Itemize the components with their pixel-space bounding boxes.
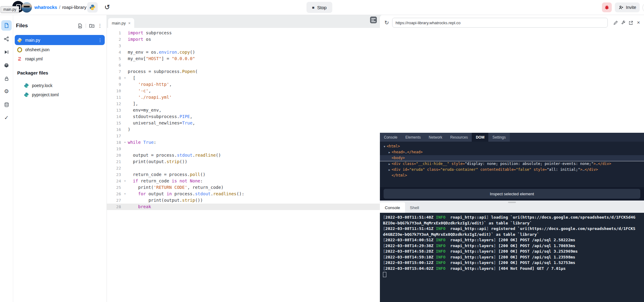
dom-toggle-icon[interactable]: ▶ bbox=[387, 161, 392, 167]
devtools-wrench-icon[interactable] bbox=[619, 19, 627, 26]
edge-avatar-partial[interactable] bbox=[642, 2, 644, 13]
report-bug-button[interactable] bbox=[602, 2, 612, 12]
line-number: 23 bbox=[107, 171, 122, 178]
fold-spacer bbox=[122, 68, 128, 75]
browser-toolbar: ↻ × bbox=[380, 15, 644, 31]
fold-chevron-icon[interactable]: ▾ bbox=[122, 178, 128, 184]
code-line-8: 8▾ [ bbox=[107, 75, 380, 81]
file-row-pyproject.toml[interactable]: pyproject.toml bbox=[15, 90, 105, 99]
open-external-icon[interactable] bbox=[627, 19, 634, 26]
file-menu-icon[interactable]: ⋮ bbox=[98, 38, 102, 43]
line-number: 20 bbox=[107, 152, 122, 159]
dom-toggle-icon[interactable]: ▶ bbox=[387, 150, 392, 155]
dom-row[interactable]: ▶<div class="__chii-hide__" style="displ… bbox=[380, 161, 644, 167]
dom-tree-pane: ▼<html>▶<head>…</head><body>▶<div class=… bbox=[380, 142, 644, 187]
code-line-16: 16) bbox=[107, 126, 380, 133]
dom-row[interactable]: ▼<html> bbox=[380, 143, 644, 149]
devtools-tab-dom[interactable]: DOM bbox=[472, 133, 488, 142]
dock-checklist-button[interactable]: ✓ bbox=[1, 113, 12, 122]
line-number: 12 bbox=[107, 101, 122, 107]
files-menu-icon[interactable]: ⋮ bbox=[98, 23, 102, 29]
fold-spacer bbox=[122, 197, 128, 204]
line-number: 5 bbox=[107, 55, 122, 62]
dom-row[interactable]: <body> bbox=[380, 155, 644, 161]
fold-spacer bbox=[122, 36, 128, 43]
files-actions-divider bbox=[86, 24, 86, 28]
avatar[interactable] bbox=[21, 2, 32, 13]
devtools-tab-console[interactable]: Console bbox=[380, 133, 401, 142]
code-line-24: 24▾ if return_code is not None: bbox=[107, 178, 380, 184]
console-output[interactable]: [2022-03-08T11:51:40Z INFO roapi_http::a… bbox=[380, 213, 644, 302]
code-text: universal_newlines=True, bbox=[128, 120, 195, 126]
new-folder-icon[interactable] bbox=[89, 23, 95, 29]
terminal-cursor bbox=[383, 272, 386, 277]
code-text: for output in process.stdout.readlines()… bbox=[128, 191, 244, 197]
breadcrumb: whatrocks/roapi-library bbox=[34, 0, 87, 15]
invite-button[interactable]: Invite bbox=[615, 2, 640, 12]
code-text: '-c', bbox=[128, 88, 151, 94]
close-preview-icon[interactable]: × bbox=[635, 19, 642, 26]
dom-row[interactable]: ▶<head>…</head> bbox=[380, 149, 644, 155]
dom-toggle-icon[interactable]: ▶ bbox=[387, 167, 392, 173]
editor-tab-main-py[interactable]: main.py × bbox=[108, 18, 134, 28]
fold-chevron-icon[interactable]: ▾ bbox=[122, 75, 128, 81]
file-row-roapi.yml[interactable]: YAMLroapi.yml bbox=[15, 54, 105, 63]
web-page-preview[interactable] bbox=[380, 31, 644, 133]
stop-button[interactable]: ■ Stop bbox=[306, 2, 332, 13]
panel-drag-handle[interactable] bbox=[508, 202, 516, 203]
console-tab-console[interactable]: Console bbox=[380, 202, 405, 213]
line-number: 18 bbox=[107, 139, 122, 146]
editor-layout-icon[interactable] bbox=[370, 17, 377, 23]
dock-run-button[interactable] bbox=[1, 48, 12, 56]
line-number: 25 bbox=[107, 184, 122, 191]
refresh-icon[interactable]: ↻ bbox=[383, 19, 390, 26]
inspect-bar-wrap: Inspect selected element bbox=[380, 187, 644, 201]
dock-secrets-button[interactable] bbox=[1, 74, 12, 83]
line-number: 10 bbox=[107, 88, 122, 94]
fold-spacer bbox=[122, 159, 128, 165]
fold-spacer bbox=[122, 133, 128, 139]
tab-close-icon[interactable]: × bbox=[128, 21, 131, 25]
editor-code-area[interactable]: 1import subprocess2import os34my_env = o… bbox=[107, 28, 380, 302]
devtools-tab-settings[interactable]: Settings bbox=[488, 133, 509, 142]
dock-version-control-button[interactable] bbox=[1, 35, 12, 43]
file-row-ohsheet.json[interactable]: ohsheet.json bbox=[15, 45, 105, 54]
file-row-poetry.lock[interactable]: poetry.lock bbox=[15, 81, 105, 90]
console-log-line: [2022-03-08T14:29:38Z INFO roapi_http::l… bbox=[383, 243, 637, 249]
dock-packages-button[interactable] bbox=[1, 61, 12, 70]
line-number: 1 bbox=[107, 30, 122, 36]
inspect-selected-element-button[interactable]: Inspect selected element bbox=[384, 189, 640, 199]
dock-files-button[interactable] bbox=[1, 20, 12, 31]
devtools-tab-network[interactable]: Network bbox=[425, 133, 446, 142]
console-tab-shell[interactable]: Shell bbox=[405, 202, 424, 213]
devtools-tab-resources[interactable]: Resources bbox=[446, 133, 472, 142]
dom-row[interactable]: </html> bbox=[380, 173, 644, 178]
editor-tab-strip: main.py × bbox=[107, 15, 380, 28]
console-log-line: [2022-03-08T15:00:12Z INFO roapi_http::l… bbox=[383, 260, 637, 266]
code-line-26: 26▾ for output in process.stdout.readlin… bbox=[107, 191, 380, 197]
fold-chevron-icon[interactable]: ▾ bbox=[122, 191, 128, 197]
line-number: 16 bbox=[107, 126, 122, 133]
url-input[interactable] bbox=[392, 18, 608, 28]
line-number: 24 bbox=[107, 178, 122, 184]
breadcrumb-user-link[interactable]: whatrocks bbox=[34, 5, 57, 10]
dock-settings-button[interactable]: ⚙ bbox=[1, 87, 12, 96]
dom-toggle-icon[interactable]: ▼ bbox=[382, 144, 387, 150]
new-file-icon[interactable] bbox=[77, 23, 83, 29]
code-text: ], bbox=[128, 101, 138, 107]
file-name: ohsheet.json bbox=[25, 47, 102, 52]
code-text: break bbox=[128, 204, 151, 210]
file-row-main.py[interactable]: main.py⋮ bbox=[15, 35, 105, 45]
devtools-tab-elements[interactable]: Elements bbox=[401, 133, 425, 142]
edit-url-pencil-icon[interactable] bbox=[612, 19, 619, 26]
run-icon bbox=[4, 49, 9, 55]
dock-database-button[interactable] bbox=[1, 100, 12, 109]
history-icon[interactable]: ↺ bbox=[103, 2, 112, 12]
code-text: print(output.strip()) bbox=[128, 197, 203, 204]
fold-chevron-icon[interactable]: ▾ bbox=[122, 139, 128, 146]
code-line-20: 20 output = process.stdout.readline() bbox=[107, 152, 380, 159]
code-editor[interactable]: main.py × 1import subprocess2import os34… bbox=[107, 15, 380, 302]
breadcrumb-separator: / bbox=[59, 5, 60, 10]
line-number: 22 bbox=[107, 165, 122, 171]
dom-row[interactable]: ▶<div id="eruda" class="eruda-container"… bbox=[380, 167, 644, 173]
